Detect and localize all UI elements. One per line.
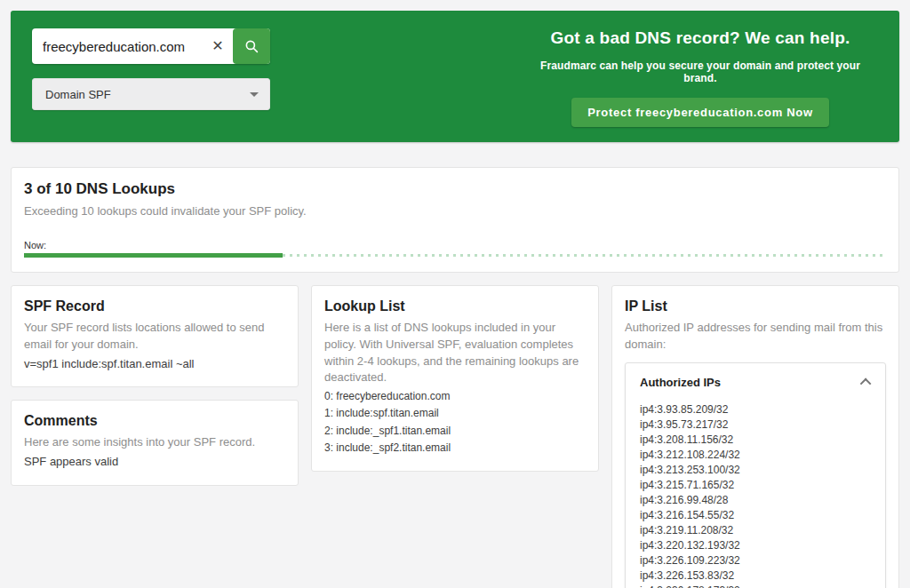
ip-entry: ip4:3.216.99.48/28	[640, 494, 871, 509]
progress-remaining-segment	[283, 254, 886, 257]
lookup-list-subtitle: Here is a list of DNS lookups included i…	[324, 320, 586, 386]
lookup-entry: 2: include:_spf1.titan.email	[324, 423, 586, 440]
ip-entry: ip4:3.226.109.223/32	[640, 554, 871, 569]
ip-entry: ip4:3.226.153.83/32	[640, 569, 871, 584]
ip-entry: ip4:3.208.11.156/32	[640, 433, 871, 449]
ip-entry: ip4:3.215.71.165/32	[640, 479, 871, 494]
comments-title: Comments	[24, 413, 285, 429]
progress-used-segment	[24, 253, 283, 258]
authorized-ips-title: Authorized IPs	[640, 376, 721, 389]
promo-subtitle: Fraudmarc can help you secure your domai…	[523, 60, 878, 84]
ip-list-card: IP List Authorized IP addresses for send…	[611, 285, 899, 588]
record-type-value: Domain SPF	[45, 88, 111, 101]
ip-entry: ip4:3.95.73.217/32	[640, 418, 871, 433]
ip-entry: ip4:3.216.154.55/32	[640, 509, 871, 524]
close-icon: ✕	[212, 38, 223, 53]
ip-entry: ip4:3.212.108.224/32	[640, 449, 871, 464]
spf-tool-page: ✕ Domain SPF Got a bad DNS record? We ca…	[0, 0, 910, 588]
column-right: IP List Authorized IP addresses for send…	[611, 285, 899, 588]
promo-title: Got a bad DNS record? We can help.	[551, 28, 850, 48]
ip-entry: ip4:3.230.178.173/32	[640, 584, 871, 588]
domain-search: ✕	[32, 28, 270, 64]
dns-lookups-card: 3 of 10 DNS Lookups Exceeding 10 lookups…	[11, 167, 899, 273]
comments-subtitle: Here are some insights into your SPF rec…	[24, 434, 285, 451]
authorized-ips-header[interactable]: Authorized IPs	[640, 376, 871, 389]
search-button[interactable]	[233, 28, 270, 64]
spf-record-card: SPF Record Your SPF record lists locatio…	[11, 285, 299, 388]
lookup-items: 0: freecybereducation.com1: include:spf.…	[324, 388, 586, 457]
dns-lookups-title: 3 of 10 DNS Lookups	[24, 180, 886, 198]
hero-search-area: ✕ Domain SPF	[32, 28, 270, 124]
domain-search-input[interactable]	[32, 28, 203, 64]
authorized-ips-panel: Authorized IPs ip4:3.93.85.209/32ip4:3.9…	[625, 362, 886, 588]
detail-columns: SPF Record Your SPF record lists locatio…	[11, 285, 899, 588]
hero-panel: ✕ Domain SPF Got a bad DNS record? We ca…	[11, 11, 899, 142]
ip-list-title: IP List	[625, 298, 886, 314]
ip-entry: ip4:3.219.11.208/32	[640, 524, 871, 539]
ip-entry: ip4:3.213.253.100/32	[640, 464, 871, 479]
comments-card: Comments Here are some insights into you…	[11, 400, 299, 486]
ip-entries: ip4:3.93.85.209/32ip4:3.95.73.217/32ip4:…	[640, 403, 871, 588]
spf-record-value: v=spf1 include:spf.titan.email ~all	[24, 356, 285, 373]
spf-record-subtitle: Your SPF record lists locations allowed …	[24, 320, 285, 354]
clear-search-button[interactable]: ✕	[203, 28, 233, 64]
protect-now-button[interactable]: Protect freecybereducation.com Now	[571, 98, 829, 127]
column-middle: Lookup List Here is a list of DNS lookup…	[311, 285, 599, 472]
column-left: SPF Record Your SPF record lists locatio…	[11, 285, 299, 486]
search-icon	[243, 38, 259, 54]
dns-lookups-subtitle: Exceeding 10 lookups could invalidate yo…	[24, 203, 886, 220]
promo-area: Got a bad DNS record? We can help. Fraud…	[523, 28, 878, 124]
progress-label: Now:	[24, 240, 886, 250]
ip-entry: ip4:3.93.85.209/32	[640, 403, 871, 418]
lookup-progress-bar	[24, 253, 886, 258]
ip-list-subtitle: Authorized IP addresses for sending mail…	[625, 320, 886, 354]
comments-value: SPF appears valid	[24, 454, 285, 471]
chevron-up-icon[interactable]	[860, 377, 872, 389]
record-type-select[interactable]: Domain SPF	[32, 78, 270, 110]
lookup-entry: 0: freecybereducation.com	[324, 388, 586, 405]
lookup-list-card: Lookup List Here is a list of DNS lookup…	[311, 285, 599, 472]
spf-record-title: SPF Record	[24, 298, 285, 314]
lookup-entry: 3: include:_spf2.titan.email	[324, 440, 586, 457]
lookup-entry: 1: include:spf.titan.email	[324, 405, 586, 422]
lookup-list-title: Lookup List	[324, 298, 586, 314]
chevron-down-icon	[250, 92, 259, 97]
ip-entry: ip4:3.220.132.193/32	[640, 539, 871, 554]
